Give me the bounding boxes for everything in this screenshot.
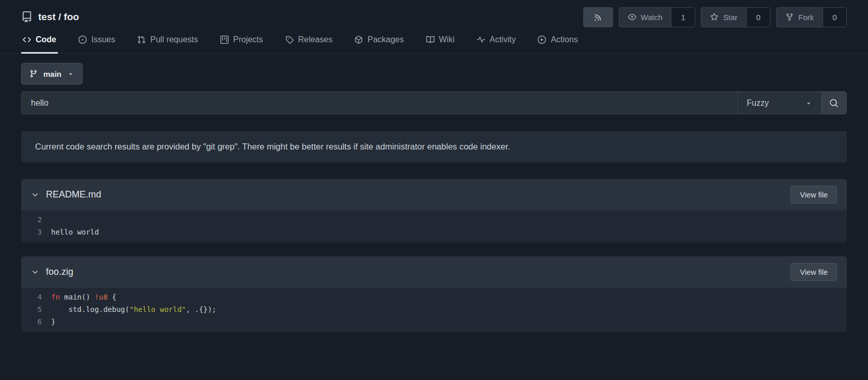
star-label: Star [723,13,737,22]
line-number: 3 [21,226,51,238]
package-icon [355,36,363,44]
result-filename[interactable]: foo.zig [46,267,73,277]
code-line: 3hello world [21,226,847,238]
line-code: } [51,316,55,328]
star-button[interactable]: Star 0 [701,7,770,27]
line-number: 4 [21,291,51,303]
eye-icon [628,13,636,21]
watch-button[interactable]: Watch 1 [619,7,696,27]
fork-icon [785,13,794,21]
line-number: 5 [21,303,51,316]
dropdown-caret-icon [67,70,74,77]
tab-projects-label: Projects [233,35,263,44]
result-file-section: README.md View file 23hello world [21,179,847,242]
search-button[interactable] [821,92,846,114]
fork-button[interactable]: Fork 0 [776,7,847,27]
view-file-button[interactable]: View file [791,263,837,281]
repo-nav: Code Issues Pull requests Projects Relea… [0,34,868,54]
search-input[interactable] [22,92,737,114]
result-file-header: foo.zig View file [21,256,847,288]
code-line: 2 [21,213,847,226]
result-file-section: foo.zig View file 4fn main() !u8 {5 std.… [21,256,847,332]
branch-row: main [0,63,868,85]
syntax-token-string: "hello world" [130,305,186,313]
chevron-down-icon[interactable] [31,191,39,199]
code-icon [23,36,31,44]
tab-pull-requests-label: Pull requests [150,35,198,44]
star-count[interactable]: 0 [746,8,770,27]
star-icon [710,13,718,21]
tab-pull-requests[interactable]: Pull requests [136,34,200,54]
view-file-button[interactable]: View file [791,186,837,204]
tab-wiki-label: Wiki [439,35,455,44]
tab-activity[interactable]: Activity [475,34,518,54]
play-icon [538,36,546,44]
rss-button[interactable] [583,7,613,27]
tab-activity-label: Activity [490,35,516,44]
tab-packages[interactable]: Packages [353,34,405,54]
branch-selector[interactable]: main [21,63,83,85]
repo-action-buttons: Watch 1 Star 0 Fork [583,7,847,27]
code-lines: 23hello world [21,210,847,242]
tag-icon [285,36,294,44]
watch-label: Watch [641,13,663,22]
tab-releases-label: Releases [298,35,333,44]
syntax-token-type: !u8 [94,293,107,301]
code-line: 5 std.log.debug("hello world", .{}); [21,303,847,316]
search-icon [829,98,839,108]
repo-title-link[interactable]: test / foo [21,11,79,23]
line-number: 2 [21,213,51,226]
fork-count[interactable]: 0 [823,8,846,27]
tab-issues-label: Issues [91,35,115,44]
rss-icon [594,13,602,21]
result-file-header: README.md View file [21,179,847,210]
search-mode-value: Fuzzy [747,98,769,108]
syntax-token-keyword: fn [51,293,60,301]
tab-projects[interactable]: Projects [219,34,265,54]
code-lines: 4fn main() !u8 {5 std.log.debug("hello w… [21,288,847,332]
line-code: hello world [51,226,99,238]
repo-title[interactable]: test / foo [38,11,79,23]
line-code: std.log.debug("hello world", .{}); [51,303,216,316]
result-filename[interactable]: README.md [46,189,101,200]
book-icon [426,36,435,44]
notice-text: Current code search results are provided… [35,142,510,151]
tab-actions-label: Actions [551,35,577,44]
search-mode-dropdown[interactable]: Fuzzy [737,92,821,114]
line-number: 6 [21,316,51,328]
pulse-icon [477,36,485,44]
tab-issues[interactable]: Issues [77,34,117,54]
tab-actions[interactable]: Actions [536,34,579,54]
issue-icon [78,36,87,44]
line-code: fn main() !u8 { [51,291,116,303]
tab-code-label: Code [36,35,56,44]
project-board-icon [220,36,229,44]
git-branch-icon [29,70,38,78]
git-pull-request-icon [137,36,146,44]
search-notice: Current code search results are provided… [21,131,847,162]
search-results: README.md View file 23hello world foo.zi… [21,179,847,332]
code-search-bar: Fuzzy [21,91,847,114]
repo-header: test / foo Watch 1 [0,0,868,28]
dropdown-caret-icon [805,100,812,107]
watch-count[interactable]: 1 [671,8,695,27]
tab-packages-label: Packages [367,35,404,44]
code-line: 4fn main() !u8 { [21,291,847,303]
code-line: 6} [21,316,847,328]
chevron-down-icon[interactable] [31,268,39,276]
branch-name: main [43,70,61,78]
tab-code[interactable]: Code [21,34,58,54]
fork-label: Fork [798,13,814,22]
tab-wiki[interactable]: Wiki [425,34,456,54]
repo-icon [21,11,33,23]
tab-releases[interactable]: Releases [284,34,334,54]
